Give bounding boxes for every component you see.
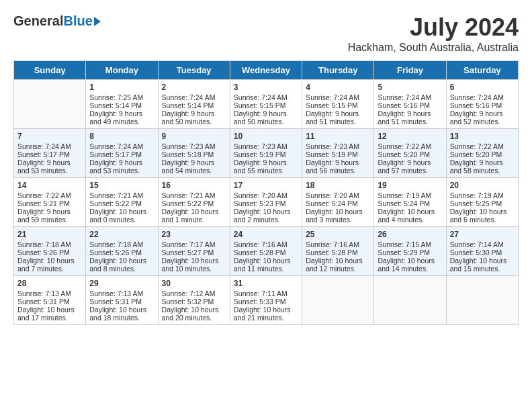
sunrise-text: Sunrise: 7:17 AM: [162, 240, 226, 248]
calendar-empty-cell: [14, 80, 86, 129]
day-number: 18: [306, 181, 370, 190]
calendar-day-cell: 16Sunrise: 7:21 AMSunset: 5:22 PMDayligh…: [158, 178, 230, 227]
calendar-day-cell: 26Sunrise: 7:15 AMSunset: 5:29 PMDayligh…: [374, 227, 446, 276]
sunset-text: Sunset: 5:25 PM: [450, 199, 515, 208]
day-number: 17: [234, 181, 298, 190]
daylight-text: Daylight: 9 hours and 55 minutes.: [234, 158, 298, 175]
calendar-day-cell: 13Sunrise: 7:22 AMSunset: 5:20 PMDayligh…: [446, 129, 518, 178]
daylight-text: Daylight: 10 hours and 7 minutes.: [17, 257, 82, 273]
calendar-day-cell: 27Sunrise: 7:14 AMSunset: 5:30 PMDayligh…: [446, 227, 518, 276]
daylight-text: Daylight: 10 hours and 0 minutes.: [89, 208, 154, 224]
calendar-day-cell: 8Sunrise: 7:24 AMSunset: 5:17 PMDaylight…: [86, 129, 158, 178]
daylight-text: Daylight: 10 hours and 17 minutes.: [17, 306, 82, 322]
sunset-text: Sunset: 5:20 PM: [450, 150, 515, 158]
sunset-text: Sunset: 5:26 PM: [89, 248, 154, 257]
calendar-day-cell: 10Sunrise: 7:23 AMSunset: 5:19 PMDayligh…: [230, 129, 302, 178]
day-number: 27: [450, 230, 515, 239]
sunrise-text: Sunrise: 7:21 AM: [162, 191, 226, 199]
day-number: 8: [89, 132, 154, 141]
sunrise-text: Sunrise: 7:12 AM: [162, 289, 226, 298]
sunset-text: Sunset: 5:22 PM: [162, 199, 226, 208]
daylight-text: Daylight: 10 hours and 15 minutes.: [450, 257, 515, 273]
day-number: 22: [89, 230, 154, 239]
day-number: 9: [162, 132, 226, 141]
sunset-text: Sunset: 5:32 PM: [162, 298, 226, 306]
calendar-day-cell: 11Sunrise: 7:23 AMSunset: 5:19 PMDayligh…: [302, 129, 374, 178]
sunset-text: Sunset: 5:31 PM: [17, 298, 82, 306]
calendar-subtitle: Hackham, South Australia, Australia: [348, 42, 519, 54]
calendar-week-row: 14Sunrise: 7:22 AMSunset: 5:21 PMDayligh…: [14, 178, 519, 227]
logo-arrow-icon: [94, 17, 101, 26]
daylight-text: Daylight: 10 hours and 10 minutes.: [162, 257, 226, 273]
day-number: 10: [234, 132, 298, 141]
sunrise-text: Sunrise: 7:20 AM: [234, 191, 298, 199]
sunrise-text: Sunrise: 7:24 AM: [234, 93, 298, 101]
sunset-text: Sunset: 5:15 PM: [234, 101, 298, 109]
calendar-table: SundayMondayTuesdayWednesdayThursdayFrid…: [13, 60, 519, 325]
daylight-text: Daylight: 10 hours and 1 minute.: [162, 208, 226, 224]
sunset-text: Sunset: 5:33 PM: [234, 298, 298, 306]
sunset-text: Sunset: 5:15 PM: [306, 101, 370, 109]
sunset-text: Sunset: 5:18 PM: [162, 150, 226, 158]
calendar-empty-cell: [374, 276, 446, 325]
day-of-week-header: Wednesday: [230, 61, 302, 80]
day-number: 24: [234, 230, 298, 239]
daylight-text: Daylight: 9 hours and 50 minutes.: [162, 109, 226, 126]
day-number: 5: [378, 83, 442, 92]
sunrise-text: Sunrise: 7:22 AM: [450, 142, 515, 150]
sunset-text: Sunset: 5:30 PM: [450, 248, 515, 257]
calendar-week-row: 21Sunrise: 7:18 AMSunset: 5:26 PMDayligh…: [14, 227, 519, 276]
daylight-text: Daylight: 9 hours and 54 minutes.: [162, 158, 226, 175]
sunset-text: Sunset: 5:14 PM: [89, 101, 154, 109]
daylight-text: Daylight: 10 hours and 8 minutes.: [89, 257, 154, 273]
sunrise-text: Sunrise: 7:24 AM: [450, 93, 515, 101]
calendar-day-cell: 7Sunrise: 7:24 AMSunset: 5:17 PMDaylight…: [14, 129, 86, 178]
sunrise-text: Sunrise: 7:20 AM: [306, 191, 370, 199]
sunrise-text: Sunrise: 7:14 AM: [450, 240, 515, 248]
sunset-text: Sunset: 5:17 PM: [89, 150, 154, 158]
calendar-day-cell: 22Sunrise: 7:18 AMSunset: 5:26 PMDayligh…: [86, 227, 158, 276]
sunset-text: Sunset: 5:20 PM: [378, 150, 442, 158]
day-number: 11: [306, 132, 370, 141]
day-of-week-header: Friday: [374, 61, 446, 80]
sunrise-text: Sunrise: 7:24 AM: [89, 142, 154, 150]
sunrise-text: Sunrise: 7:19 AM: [450, 191, 515, 199]
sunset-text: Sunset: 5:24 PM: [378, 199, 442, 208]
calendar-body: 1Sunrise: 7:25 AMSunset: 5:14 PMDaylight…: [14, 80, 519, 325]
sunrise-text: Sunrise: 7:13 AM: [17, 289, 82, 298]
daylight-text: Daylight: 10 hours and 21 minutes.: [234, 306, 298, 322]
title-block: July 2024 Hackham, South Australia, Aust…: [348, 13, 519, 54]
sunrise-text: Sunrise: 7:16 AM: [306, 240, 370, 248]
daylight-text: Daylight: 9 hours and 52 minutes.: [450, 109, 515, 126]
calendar-day-cell: 31Sunrise: 7:11 AMSunset: 5:33 PMDayligh…: [230, 276, 302, 325]
day-of-week-header: Tuesday: [158, 61, 230, 80]
day-number: 26: [378, 230, 442, 239]
sunrise-text: Sunrise: 7:23 AM: [306, 142, 370, 150]
calendar-day-cell: 30Sunrise: 7:12 AMSunset: 5:32 PMDayligh…: [158, 276, 230, 325]
daylight-text: Daylight: 10 hours and 11 minutes.: [234, 257, 298, 273]
calendar-day-cell: 19Sunrise: 7:19 AMSunset: 5:24 PMDayligh…: [374, 178, 446, 227]
sunset-text: Sunset: 5:31 PM: [89, 298, 154, 306]
daylight-text: Daylight: 10 hours and 6 minutes.: [450, 208, 515, 224]
sunrise-text: Sunrise: 7:24 AM: [162, 93, 226, 101]
calendar-day-cell: 24Sunrise: 7:16 AMSunset: 5:28 PMDayligh…: [230, 227, 302, 276]
daylight-text: Daylight: 10 hours and 20 minutes.: [162, 306, 226, 322]
sunrise-text: Sunrise: 7:25 AM: [89, 93, 154, 101]
calendar-week-row: 7Sunrise: 7:24 AMSunset: 5:17 PMDaylight…: [14, 129, 519, 178]
calendar-day-cell: 14Sunrise: 7:22 AMSunset: 5:21 PMDayligh…: [14, 178, 86, 227]
sunrise-text: Sunrise: 7:23 AM: [234, 142, 298, 150]
daylight-text: Daylight: 10 hours and 12 minutes.: [306, 257, 370, 273]
logo: General Blue: [13, 13, 101, 29]
calendar-day-cell: 29Sunrise: 7:13 AMSunset: 5:31 PMDayligh…: [86, 276, 158, 325]
sunset-text: Sunset: 5:17 PM: [17, 150, 82, 158]
page-header: General Blue July 2024 Hackham, South Au…: [13, 13, 519, 54]
daylight-text: Daylight: 10 hours and 4 minutes.: [378, 208, 442, 224]
day-number: 29: [89, 279, 154, 288]
day-number: 21: [17, 230, 82, 239]
sunrise-text: Sunrise: 7:11 AM: [234, 289, 298, 298]
sunset-text: Sunset: 5:14 PM: [162, 101, 226, 109]
sunset-text: Sunset: 5:16 PM: [450, 101, 515, 109]
sunset-text: Sunset: 5:27 PM: [162, 248, 226, 257]
sunrise-text: Sunrise: 7:22 AM: [378, 142, 442, 150]
day-number: 23: [162, 230, 226, 239]
